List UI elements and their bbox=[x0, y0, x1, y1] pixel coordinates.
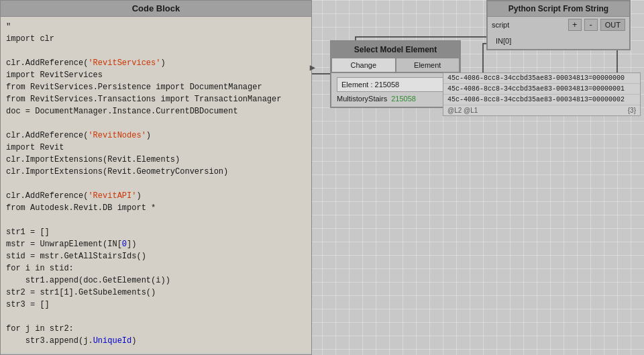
code-line: from RevitServices.Persistence import Do… bbox=[6, 81, 306, 93]
python-in-row: IN[0] bbox=[488, 33, 629, 49]
code-line: str1.append(doc.GetElement(i)) bbox=[6, 274, 306, 287]
code-line: clr.AddReference('RevitAPI') bbox=[6, 190, 306, 202]
python-plus-button[interactable]: + bbox=[568, 19, 582, 31]
python-in-label: IN[0] bbox=[492, 35, 515, 47]
code-line bbox=[6, 178, 306, 190]
code-line: for i in stid: bbox=[6, 262, 306, 274]
code-line: clr.AddReference('RevitServices') bbox=[6, 57, 306, 69]
element-row-bottom: MultistoryStairs 215058 bbox=[337, 95, 454, 103]
python-controls-row: script + - OUT bbox=[488, 17, 629, 33]
select-model-body: Element : 215058 MultistoryStairs 215058 bbox=[331, 73, 460, 107]
output-row-1: 45c-4086-8cc8-34ccbd35ae83-00034813=0000… bbox=[443, 84, 640, 95]
code-line: str3.append(j.UniqueId) bbox=[6, 335, 306, 347]
connector-arrow: ▶ bbox=[306, 60, 319, 74]
output-footer-left: @L2 @L1 bbox=[447, 107, 478, 114]
element-id: 215058 bbox=[391, 95, 416, 103]
select-model-panel: Select Model Element Change Element Elem… bbox=[330, 40, 461, 108]
element-type: MultistoryStairs bbox=[337, 95, 387, 103]
tab-change[interactable]: Change bbox=[331, 58, 396, 72]
output-panel: 45c-4086-8cc8-34ccbd35ae83-00034813=0000… bbox=[443, 72, 641, 116]
code-line: clr.ImportExtensions(Revit.GeometryConve… bbox=[6, 166, 306, 178]
code-block-title: Code Block bbox=[1, 1, 311, 17]
tab-element[interactable]: Element bbox=[396, 58, 460, 72]
code-line: str2 = str1[1].GetSubelements() bbox=[6, 287, 306, 299]
code-line bbox=[6, 214, 306, 226]
code-block-content[interactable]: " import clr clr.AddReference('RevitServ… bbox=[1, 17, 311, 353]
code-line bbox=[6, 347, 306, 353]
code-line bbox=[6, 45, 306, 57]
code-line: from RevitServices.Transactions import T… bbox=[6, 93, 306, 105]
output-row-0: 45c-4086-8cc8-34ccbd35ae83-00034813=0000… bbox=[443, 73, 640, 84]
python-script-label: script bbox=[492, 21, 566, 29]
code-line bbox=[6, 311, 306, 323]
code-line: clr.AddReference('RevitNodes') bbox=[6, 130, 306, 142]
code-line: clr.ImportExtensions(Revit.Elements) bbox=[6, 154, 306, 166]
code-line: import clr bbox=[6, 33, 306, 45]
python-minus-button[interactable]: - bbox=[584, 19, 598, 31]
select-model-title: Select Model Element bbox=[331, 42, 460, 58]
python-out-label: OUT bbox=[600, 19, 625, 31]
python-panel: Python Script From String script + - OUT… bbox=[486, 0, 631, 50]
python-title: Python Script From String bbox=[488, 1, 629, 17]
code-line: str1 = [] bbox=[6, 226, 306, 238]
code-line: from Autodesk.Revit.DB import * bbox=[6, 202, 306, 214]
code-line: mstr = UnwrapElement(IN[0]) bbox=[6, 238, 306, 250]
code-line: import RevitServices bbox=[6, 69, 306, 81]
code-block-panel: Code Block " import clr clr.AddReference… bbox=[0, 0, 312, 355]
code-line: " bbox=[6, 21, 306, 33]
code-line: stid = mstr.GetAllStairsIds() bbox=[6, 250, 306, 262]
code-line: doc = DocumentManager.Instance.CurrentDB… bbox=[6, 105, 306, 117]
code-line: import Revit bbox=[6, 142, 306, 154]
output-row-2: 45c-4086-8cc8-34ccbd35ae83-00034813=0000… bbox=[443, 95, 640, 105]
select-model-tabs: Change Element bbox=[331, 58, 460, 73]
output-footer-right: {3} bbox=[628, 107, 636, 114]
element-value: Element : 215058 bbox=[337, 77, 454, 92]
code-line bbox=[6, 117, 306, 130]
code-line: str3 = [] bbox=[6, 299, 306, 311]
output-footer: @L2 @L1 {3} bbox=[443, 105, 640, 115]
code-line: for j in str2: bbox=[6, 323, 306, 335]
